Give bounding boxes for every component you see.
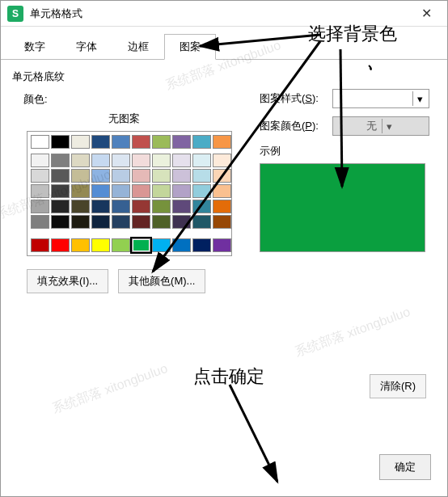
ok-label: 确定 (395, 461, 416, 473)
color-swatch[interactable] (71, 184, 90, 198)
color-swatch[interactable] (213, 238, 231, 252)
color-swatch[interactable] (91, 215, 110, 229)
color-palette (27, 131, 232, 256)
color-swatch[interactable] (132, 169, 150, 183)
sample-preview (260, 163, 425, 252)
color-swatch[interactable] (172, 154, 191, 167)
color-swatch[interactable] (192, 169, 211, 183)
color-swatch[interactable] (71, 169, 90, 183)
color-swatch[interactable] (31, 135, 49, 149)
no-pattern-label: 无图案 (27, 112, 221, 126)
color-swatch[interactable] (213, 184, 231, 198)
color-swatch[interactable] (71, 135, 90, 149)
color-swatch[interactable] (213, 154, 231, 167)
color-swatch[interactable] (112, 200, 130, 213)
chevron-down-icon: ▾ (382, 119, 396, 133)
color-swatch[interactable] (152, 169, 171, 183)
color-swatch[interactable] (31, 184, 49, 198)
color-swatch[interactable] (71, 215, 90, 229)
color-swatch[interactable] (91, 200, 110, 213)
color-swatch[interactable] (51, 200, 70, 213)
ok-button[interactable]: 确定 (379, 454, 431, 480)
tab-border[interactable]: 边框 (112, 34, 164, 60)
color-swatch[interactable] (91, 184, 110, 198)
chevron-down-icon: ▾ (412, 91, 427, 106)
color-swatch[interactable] (192, 215, 211, 229)
other-color-label: 其他颜色(M)... (129, 275, 195, 287)
clear-button[interactable]: 清除(R) (370, 374, 426, 398)
color-swatch[interactable] (51, 154, 70, 167)
fill-effect-button[interactable]: 填充效果(I)... (27, 269, 108, 293)
color-swatch[interactable] (132, 135, 150, 149)
color-swatch[interactable] (51, 238, 70, 252)
color-swatch[interactable] (31, 154, 49, 167)
color-swatch[interactable] (152, 184, 171, 198)
color-swatch[interactable] (71, 238, 90, 252)
color-swatch[interactable] (51, 184, 70, 198)
color-swatch[interactable] (51, 169, 70, 183)
color-swatch[interactable] (31, 200, 49, 213)
color-swatch[interactable] (192, 135, 211, 149)
color-swatch[interactable] (152, 154, 171, 167)
color-swatch[interactable] (172, 215, 191, 229)
color-swatch[interactable] (132, 238, 150, 252)
color-swatch[interactable] (71, 154, 90, 167)
tab-pattern[interactable]: 图案 (164, 34, 216, 60)
color-swatch[interactable] (192, 200, 211, 213)
color-swatch[interactable] (213, 135, 231, 149)
window-title: 单元格格式 (30, 6, 412, 21)
other-color-button[interactable]: 其他颜色(M)... (118, 269, 205, 293)
app-icon: S (7, 6, 23, 22)
color-swatch[interactable] (172, 238, 191, 252)
color-swatch[interactable] (91, 135, 110, 149)
color-swatch[interactable] (192, 238, 211, 252)
pattern-style-label: 图案样式(S): (260, 91, 332, 106)
color-swatch[interactable] (172, 135, 191, 149)
theme-shades-grid (31, 154, 228, 229)
color-swatch[interactable] (91, 154, 110, 167)
pattern-color-label: 图案颜色(P): (260, 119, 332, 133)
color-swatch[interactable] (112, 154, 130, 167)
close-icon[interactable]: ✕ (412, 2, 441, 25)
color-swatch[interactable] (31, 215, 49, 229)
color-swatch[interactable] (91, 238, 110, 252)
color-swatch[interactable] (172, 169, 191, 183)
pattern-color-value: 无 (366, 119, 377, 133)
sample-label: 示例 (260, 144, 429, 158)
color-swatch[interactable] (31, 169, 49, 183)
pattern-color-dropdown[interactable]: 无 ▾ (332, 116, 429, 136)
color-swatch[interactable] (112, 238, 130, 252)
tab-number[interactable]: 数字 (9, 34, 61, 60)
color-swatch[interactable] (192, 154, 211, 167)
color-swatch[interactable] (112, 184, 130, 198)
color-swatch[interactable] (132, 184, 150, 198)
color-swatch[interactable] (152, 215, 171, 229)
section-label: 单元格底纹 (12, 69, 436, 84)
tab-font[interactable]: 字体 (61, 34, 112, 60)
color-swatch[interactable] (31, 238, 49, 252)
color-swatch[interactable] (172, 200, 191, 213)
color-swatch[interactable] (91, 169, 110, 183)
color-swatch[interactable] (71, 200, 90, 213)
color-swatch[interactable] (132, 200, 150, 213)
color-swatch[interactable] (152, 238, 171, 252)
color-swatch[interactable] (213, 200, 231, 213)
color-swatch[interactable] (112, 135, 130, 149)
color-swatch[interactable] (152, 200, 171, 213)
color-swatch[interactable] (192, 184, 211, 198)
pattern-style-dropdown[interactable]: ▾ (332, 89, 429, 108)
color-swatch[interactable] (132, 154, 150, 167)
standard-colors-row (31, 234, 228, 252)
color-swatch[interactable] (132, 215, 150, 229)
color-swatch[interactable] (112, 169, 130, 183)
color-swatch[interactable] (213, 215, 231, 229)
fill-effect-label: 填充效果(I)... (37, 275, 98, 287)
color-swatch[interactable] (213, 169, 231, 183)
color-swatch[interactable] (112, 215, 130, 229)
color-swatch[interactable] (172, 184, 191, 198)
color-swatch[interactable] (51, 135, 70, 149)
clear-label: 清除(R) (380, 380, 416, 392)
color-swatch[interactable] (51, 215, 70, 229)
color-swatch[interactable] (152, 135, 171, 149)
theme-colors-row (31, 135, 228, 149)
